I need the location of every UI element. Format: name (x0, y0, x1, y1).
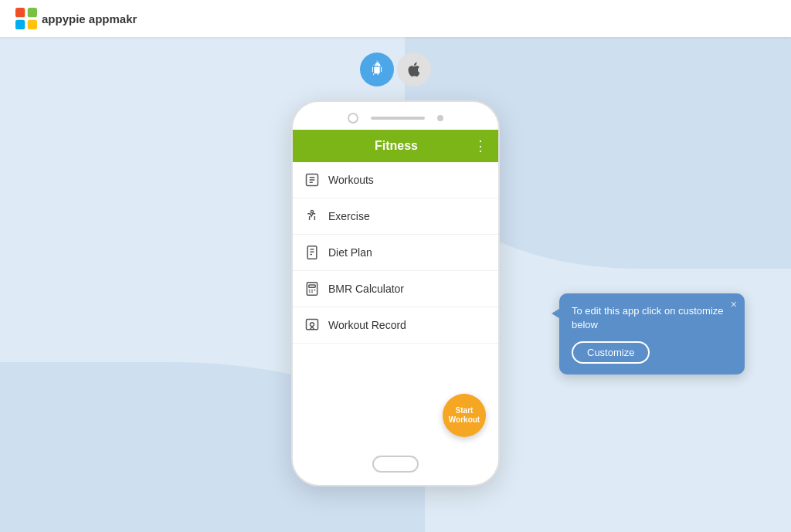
phone-top-bar (293, 102, 498, 130)
menu-item-workouts[interactable]: Workouts (293, 162, 498, 198)
svg-rect-20 (307, 320, 318, 330)
menu-item-exercise[interactable]: Exercise (293, 198, 498, 235)
svg-rect-1 (28, 8, 37, 17)
fab-container: Start Workout (293, 385, 498, 446)
workouts-icon (304, 171, 321, 188)
menu-item-label: Diet Plan (328, 246, 372, 259)
menu-item-label: BMR Calculator (328, 283, 404, 295)
menu-item-workout-record[interactable]: Workout Record (293, 307, 498, 344)
svg-rect-9 (307, 246, 317, 259)
customize-button[interactable]: Customize (572, 341, 650, 364)
diet-plan-icon (304, 244, 321, 261)
menu-list: Workouts Exercise Diet Plan BMR Calculat… (293, 162, 498, 385)
main-content: Fitness ⋮ Workouts Exercise Diet Plan BM… (0, 37, 791, 486)
app-header: Fitness ⋮ (293, 130, 498, 162)
logo-icon (15, 8, 37, 29)
header: appypie appmakr (0, 0, 791, 37)
exercise-icon (304, 208, 321, 225)
svg-rect-2 (15, 20, 25, 29)
svg-point-8 (311, 211, 313, 213)
logo-container: appypie appmakr (15, 8, 137, 29)
svg-rect-0 (15, 8, 25, 17)
phone-bottom-bar (293, 446, 498, 485)
app-title: Fitness (319, 139, 474, 153)
phone-speaker (371, 117, 425, 120)
menu-item-diet-plan[interactable]: Diet Plan (293, 235, 498, 271)
menu-item-bmr-calculator[interactable]: BMR Calculator (293, 271, 498, 307)
ios-button[interactable] (397, 53, 431, 86)
menu-item-label: Workouts (328, 174, 374, 186)
svg-rect-3 (28, 20, 37, 29)
phone-sensor (437, 115, 443, 121)
phone-mockup: Fitness ⋮ Workouts Exercise Diet Plan BM… (291, 100, 500, 486)
svg-point-21 (311, 323, 314, 327)
android-button[interactable] (360, 53, 394, 86)
phone-camera (348, 113, 358, 124)
platform-buttons (360, 53, 431, 86)
customize-popup: × To edit this app click on customize be… (559, 293, 745, 374)
workout-record-icon (304, 317, 321, 334)
menu-dots-icon[interactable]: ⋮ (474, 137, 487, 154)
bmr-calculator-icon (304, 280, 321, 297)
svg-rect-13 (307, 283, 317, 296)
popup-text: To edit this app click on customize belo… (572, 304, 732, 332)
menu-item-label: Exercise (328, 210, 370, 222)
apple-icon (406, 61, 423, 78)
home-indicator (372, 456, 419, 473)
menu-item-label: Workout Record (328, 319, 406, 331)
android-icon (368, 60, 386, 79)
fab-label: Start Workout (449, 406, 480, 425)
svg-rect-14 (309, 285, 315, 287)
popup-close-button[interactable]: × (731, 298, 737, 310)
start-workout-button[interactable]: Start Workout (443, 394, 486, 437)
logo-text: appypie appmakr (42, 12, 137, 25)
